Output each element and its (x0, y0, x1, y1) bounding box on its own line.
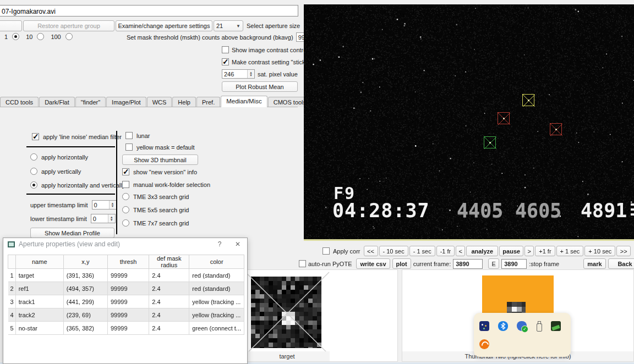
lunar-checkbox[interactable] (125, 132, 133, 139)
col-thresh[interactable]: thresh (107, 255, 149, 269)
cell-xy[interactable]: (391, 336) (63, 269, 107, 282)
line-noise-filter-checkbox[interactable] (32, 133, 39, 140)
write-csv-button[interactable]: write csv (356, 258, 390, 269)
thumbnail-two-panel[interactable]: Thumbnail Two (right-click here for info… (402, 269, 634, 362)
aperture-marker-red-ref[interactable] (550, 123, 562, 135)
aperture-size-select[interactable]: 21 ▼ (214, 20, 243, 31)
analyze-button[interactable]: analyze (466, 246, 498, 256)
cell-xy[interactable]: (239, 69) (63, 308, 107, 322)
cut-off-button[interactable] (0, 20, 22, 31)
mark-button[interactable]: mark (583, 258, 605, 269)
examine-aperture-settings-button[interactable]: Examine/change aperture settings (116, 20, 212, 31)
cell-name[interactable]: target (15, 269, 63, 282)
manual-work-folder-checkbox[interactable] (122, 181, 129, 188)
apply-corr-checkbox[interactable] (323, 247, 330, 255)
tab-pref[interactable]: Pref. (196, 97, 220, 107)
step-forward-button[interactable]: > (524, 246, 534, 256)
system-tray-flyout[interactable] (474, 313, 571, 357)
table-row[interactable]: 4 track2 (239, 69) 99999 2.4 yellow (tra… (8, 308, 244, 322)
cell-thresh[interactable]: 99999 (107, 282, 149, 295)
usb-drive-icon[interactable] (535, 321, 542, 331)
table-row[interactable]: 5 no-star (365, 382) 99999 2.4 green (co… (8, 322, 244, 335)
cell-name[interactable]: no-star (15, 322, 63, 335)
back-1-sec-button[interactable]: - 1 sec (409, 246, 435, 256)
table-row[interactable]: 1 target (391, 336) 99999 2.4 red (stand… (8, 269, 244, 282)
bluetooth-icon[interactable] (498, 321, 508, 331)
tme-3x3-radio[interactable] (122, 193, 129, 200)
lower-timestamp-spinbox[interactable]: 0 ▲▼ (91, 214, 116, 223)
cell-thresh[interactable]: 99999 (107, 322, 149, 335)
cell-color[interactable]: yellow (tracking ... (189, 308, 244, 322)
table-row[interactable]: 3 track1 (441, 299) 99999 2.4 yellow (tr… (8, 295, 244, 308)
col-def-mask-radius[interactable]: def mask radius (149, 255, 189, 269)
blue-app-icon[interactable] (479, 321, 489, 331)
thumbnail-one-panel[interactable]: target (244, 269, 398, 362)
jump-end-button[interactable]: >> (616, 246, 631, 256)
forward-1-frame-button[interactable]: +1 fr (535, 246, 555, 256)
cell-name[interactable]: track2 (15, 308, 63, 322)
orange-circle-icon[interactable] (479, 339, 489, 349)
col-xy[interactable]: x,y (63, 255, 107, 269)
cell-radius[interactable]: 2.4 (149, 282, 189, 295)
col-color[interactable]: color (189, 255, 244, 269)
dialog-title-bar[interactable]: Aperture properties (view and edit) ? ✕ (3, 238, 247, 250)
aperture-marker-green-no-star[interactable] (484, 136, 496, 148)
cell-thresh[interactable]: 99999 (107, 308, 149, 322)
apply-vertically-radio[interactable] (30, 168, 37, 175)
spinner-arrows-icon[interactable]: ▲▼ (109, 201, 116, 209)
table-row[interactable]: 2 ref1 (494, 357) 99999 2.4 red (standar… (8, 282, 244, 295)
forward-10-sec-button[interactable]: + 10 sec (584, 246, 615, 256)
cell-radius[interactable]: 2.4 (149, 295, 189, 308)
filename-input[interactable] (0, 5, 298, 16)
show-contrast-checkbox[interactable] (222, 46, 229, 53)
plot-button[interactable]: plot (392, 258, 411, 269)
radio-10[interactable] (37, 33, 44, 40)
tme-5x5-radio[interactable] (122, 206, 129, 213)
jump-start-button[interactable]: << (364, 246, 378, 256)
cell-color[interactable]: red (standard) (189, 269, 244, 282)
aperture-marker-red-target[interactable] (498, 112, 510, 124)
step-back-button[interactable]: < (456, 246, 465, 256)
cell-thresh[interactable]: 99999 (107, 295, 149, 308)
sat-pixel-spinbox[interactable]: 246 ▲▼ (222, 69, 255, 79)
cell-thresh[interactable]: 99999 (107, 269, 149, 282)
back-10-sec-button[interactable]: - 10 sec (379, 246, 408, 256)
aperture-marker-yellow-tracking[interactable] (522, 94, 534, 106)
tab-median-misc[interactable]: Median/Misc (221, 96, 267, 107)
tme-7x7-radio[interactable] (122, 219, 129, 227)
radio-100[interactable] (65, 33, 73, 40)
cell-xy[interactable]: (494, 357) (63, 282, 107, 295)
apply-both-radio[interactable] (30, 181, 37, 189)
show-median-profile-button[interactable]: Show Median Profile (30, 228, 114, 238)
cell-color[interactable]: red (standard) (189, 282, 244, 295)
cell-xy[interactable]: (441, 299) (63, 295, 107, 308)
pause-button[interactable]: pause (499, 246, 523, 256)
yellow-mask-checkbox[interactable] (125, 144, 133, 151)
back-1-frame-button[interactable]: -1 fr (436, 246, 455, 256)
tab-help[interactable]: Help (172, 97, 196, 107)
cell-xy[interactable]: (365, 382) (63, 322, 107, 335)
tab-finder[interactable]: "finder" (75, 97, 106, 107)
radio-1[interactable] (12, 33, 19, 40)
back-to-mark-button[interactable]: Back to 'mark' (608, 258, 634, 269)
forward-1-sec-button[interactable]: + 1 sec (556, 246, 584, 256)
cell-name[interactable]: track1 (15, 295, 63, 308)
cell-radius[interactable]: 2.4 (149, 322, 189, 335)
tab-ccd-tools[interactable]: CCD tools (0, 97, 39, 107)
close-icon[interactable]: ✕ (233, 240, 243, 248)
tab-dark-flat[interactable]: Dark/Flat (39, 97, 75, 107)
show-3d-thumbnail-button[interactable]: Show 3D thumbnail (122, 155, 198, 165)
spinner-arrows-icon[interactable]: ▲▼ (108, 214, 115, 223)
e-button[interactable]: E (488, 258, 499, 269)
tab-image-plot[interactable]: Image/Plot (106, 97, 146, 107)
sticky-contrast-checkbox[interactable] (222, 58, 229, 65)
new-version-info-checkbox[interactable] (122, 168, 129, 175)
security-shield-icon[interactable] (517, 321, 527, 331)
stop-frame-input[interactable]: 3890 (501, 259, 527, 269)
current-frame-input[interactable]: 3890 (453, 259, 483, 269)
cell-radius[interactable]: 2.4 (149, 269, 189, 282)
plot-robust-mean-button[interactable]: Plot Robust Mean (222, 81, 298, 92)
help-button[interactable]: ? (215, 240, 225, 248)
upper-timestamp-spinbox[interactable]: 0 ▲▼ (92, 200, 117, 209)
cell-name[interactable]: ref1 (15, 282, 63, 295)
